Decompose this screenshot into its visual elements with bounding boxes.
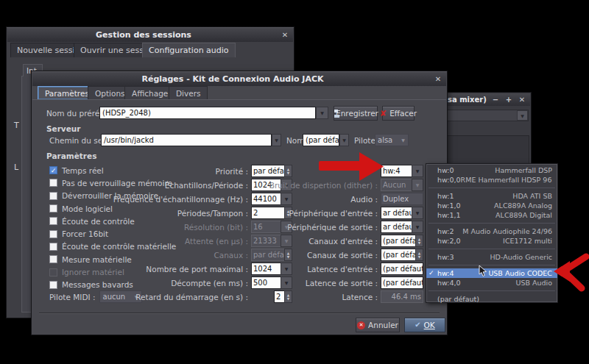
menu-item-hw0[interactable]: hw:0Hammerfall DSP — [426, 165, 557, 175]
chevron-down-icon[interactable]: ▼ — [412, 207, 423, 219]
input-latency-field[interactable]: (par défaut) — [381, 263, 423, 275]
jack-settings-dialog: Réglages - Kit de Connexion Audio JACK ✕… — [31, 71, 448, 335]
mixer-title-partial: sa mixer) — [443, 96, 490, 104]
preset-input[interactable]: (HDSP_2048) — [99, 107, 316, 119]
mixer-window: sa mixer) − + ✕ ▼ — [442, 92, 532, 169]
checkbox-forcer-16bit[interactable] — [49, 230, 57, 238]
menu-item-hw2[interactable]: hw:2M Audio Audiophile 24/96 — [426, 226, 557, 236]
dialog-titlebar[interactable]: Réglages - Kit de Connexion Audio JACK ✕ — [32, 72, 446, 86]
ok-button[interactable]: ✔OK — [404, 318, 445, 332]
menu-item-hw1-1[interactable]: hw:1,1ALC889A Digital — [426, 210, 557, 220]
checkbox-pas-verrouillage[interactable] — [49, 179, 57, 187]
menu-separator — [426, 246, 557, 252]
dialog-title: Réglages - Kit de Connexion Audio JACK — [32, 74, 433, 84]
check-icon: ✓ — [51, 167, 57, 174]
clipped-label-t: T — [14, 121, 19, 130]
server-name-combobox[interactable]: (par défaut) — [303, 134, 339, 146]
checkbox-ignorer-materiel — [49, 268, 57, 276]
checkbox-messages-bavards[interactable] — [49, 281, 57, 289]
checkbox-deverrouiller[interactable] — [49, 192, 57, 200]
spinner-icon[interactable]: ▲▼ — [415, 249, 423, 261]
delete-icon: ✘ — [380, 110, 387, 118]
tab-divers[interactable]: Divers — [169, 86, 208, 100]
chevron-down-icon: ▼ — [412, 179, 423, 191]
output-channels-spinbox[interactable]: (par défaut)▲▼ — [381, 249, 423, 261]
menu-item-par-defaut[interactable]: (par défaut) — [426, 294, 557, 304]
menu-item-hw2-0[interactable]: hw:2,0ICE1712 multi — [426, 236, 557, 246]
checkbox-mesure-materielle[interactable] — [49, 255, 57, 263]
chevron-down-icon[interactable]: ▼ — [412, 165, 423, 177]
server-path-input[interactable]: /usr/bin/jackd — [101, 134, 272, 146]
annotation-arrow-right — [551, 251, 589, 294]
session-window-titlebar[interactable]: Gestion des sessions ✕ — [7, 28, 293, 42]
menu-item-hw4-selected[interactable]: ✓hw:4USB Audio CODEC — [426, 268, 557, 278]
menu-item-hw1-0[interactable]: hw:1,0ALC889A Analog — [426, 201, 557, 210]
menu-item-hw4-0[interactable]: hw:4,0USB Audio — [426, 278, 557, 288]
chevron-down-icon[interactable]: ▼ — [412, 221, 423, 233]
interface-device-menu: hw:0Hammerfall DSP hw:0,0RME Hammerfall … — [426, 163, 558, 303]
driver-combobox[interactable]: alsa ▼ — [375, 134, 409, 146]
check-icon: ✓ — [428, 268, 434, 278]
menu-separator — [426, 262, 557, 268]
output-latency-field[interactable]: (par défaut) — [381, 276, 423, 289]
parameters-heading: Paramètres — [46, 151, 96, 160]
server-path-dropdown-icon[interactable]: ▼ — [272, 134, 281, 146]
checkbox-ecoute-materielle[interactable] — [49, 243, 57, 251]
mixer-device-combobox[interactable]: ▼ — [445, 110, 529, 121]
minimize-icon[interactable]: − — [490, 96, 501, 104]
spinner-icon[interactable]: ▲▼ — [415, 235, 423, 247]
audio-mode-combobox[interactable]: Duplex — [381, 193, 423, 205]
clipped-label-l: L — [14, 163, 18, 172]
cancel-button[interactable]: ✕Annuler — [356, 318, 400, 332]
input-channels-spinbox[interactable]: (par défaut)▲▼ — [381, 235, 423, 247]
input-device-combobox[interactable]: ar défaut)▼ — [381, 207, 423, 219]
dialog-separator — [39, 313, 440, 314]
close-icon[interactable]: ✕ — [433, 75, 443, 83]
desktop: Gestion des sessions ✕ Nouvelle session … — [0, 0, 589, 364]
server-name-dropdown-icon[interactable]: ▼ — [339, 134, 349, 146]
chevron-down-icon[interactable]: ▼ — [517, 110, 528, 121]
menu-separator — [426, 288, 557, 294]
menu-separator — [426, 220, 557, 226]
session-window-title: Gestion des sessions — [7, 30, 280, 40]
chevron-down-icon: ▼ — [398, 135, 408, 146]
checkbox-mode-logiciel[interactable] — [49, 204, 57, 213]
server-heading: Serveur — [46, 124, 80, 133]
close-icon[interactable]: ✕ — [517, 96, 527, 104]
save-preset-button[interactable]: Enregistrer — [334, 106, 378, 121]
cancel-icon: ✕ — [357, 321, 365, 329]
tab-configuration-audio[interactable]: Configuration audio — [142, 43, 236, 57]
checkbox-ecoute-controle[interactable] — [49, 217, 57, 225]
menu-separator — [426, 185, 557, 191]
preset-dropdown-icon[interactable]: ▼ — [316, 107, 328, 119]
menu-item-hw3[interactable]: hw:3HD-Audio Generic — [426, 252, 557, 262]
delete-preset-button[interactable]: ✘Effacer — [382, 106, 415, 121]
tab-affichage[interactable]: Affichage — [124, 86, 175, 100]
annotation-arrow-left — [317, 151, 390, 182]
mouse-cursor — [479, 265, 487, 277]
close-icon[interactable]: ✕ — [280, 31, 290, 39]
maximize-icon[interactable]: + — [504, 96, 514, 104]
menu-item-hw1[interactable]: hw:1HDA ATI SB — [426, 191, 557, 201]
menu-item-hw0-0[interactable]: hw:0,0RME Hammerfall HDSP 9652 — [426, 175, 557, 185]
checkbox-temps-reel[interactable]: ✓ — [49, 166, 57, 174]
latency-readout: 46.4 ms — [381, 290, 423, 303]
ok-icon: ✔ — [415, 321, 420, 329]
right-field-column: hw:4▼ Bruit de dispertion (dither) :Aucu… — [179, 164, 423, 304]
mixer-titlebar[interactable]: sa mixer) − + ✕ — [443, 93, 530, 106]
output-device-combobox[interactable]: ar défaut)▼ — [381, 221, 423, 233]
